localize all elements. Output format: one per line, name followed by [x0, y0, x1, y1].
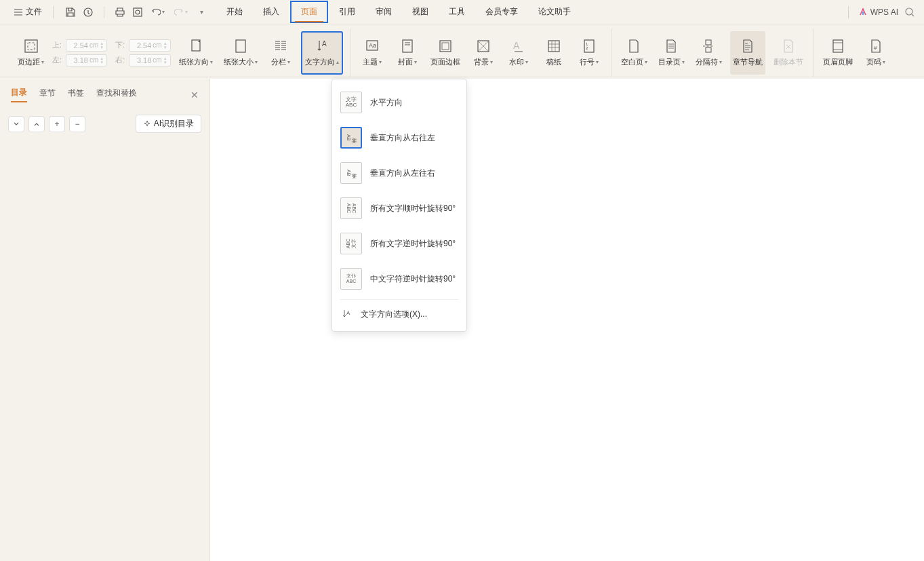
margin-top-field[interactable]: 上: 2.54cm▲▼: [52, 39, 107, 52]
export-icon[interactable]: [82, 6, 94, 18]
sidebar-tab-bookmark[interactable]: 书签: [68, 88, 84, 102]
page-margin-button[interactable]: 页边距▾: [15, 31, 47, 75]
watermark-button[interactable]: A 水印▾: [504, 31, 534, 75]
ai-toc-label: AI识别目录: [154, 118, 194, 130]
chapter-nav-button[interactable]: 章节导航: [730, 31, 765, 75]
page-number-button[interactable]: # 页码▾: [861, 31, 891, 75]
collapse-up-button[interactable]: [28, 116, 45, 132]
sidebar-toolbar: + − AI识别目录: [0, 107, 209, 141]
dropdown-item-options[interactable]: A 文字方向选项(X)...: [332, 303, 466, 326]
line-number-button[interactable]: 12 行号▾: [574, 31, 604, 75]
tab-insert[interactable]: 插入: [254, 2, 289, 22]
ribbon-group-pages: 空白页▾ 目录页▾ 分隔符▾ 章节导航 删除本节: [611, 28, 813, 77]
remove-button[interactable]: −: [69, 116, 85, 132]
background-button[interactable]: 背景▾: [468, 31, 498, 75]
dropdown-item-vertical-ltr[interactable]: AB文字 垂直方向从左往右: [332, 155, 466, 191]
redo-icon[interactable]: ▾: [172, 6, 190, 18]
manuscript-button[interactable]: 稿纸: [539, 31, 569, 75]
paper-orientation-button[interactable]: 纸张方向▾: [176, 31, 216, 75]
margin-right-field[interactable]: 右: 3.18cm▲▼: [115, 54, 170, 66]
dropdown-separator: [340, 299, 458, 300]
paper-orientation-label: 纸张方向: [179, 57, 209, 67]
print-icon[interactable]: [114, 6, 126, 18]
tab-review[interactable]: 审阅: [366, 2, 401, 22]
dropdown-item-label: 垂直方向从右往左: [370, 132, 435, 144]
blank-page-label: 空白页: [621, 57, 643, 67]
tab-tools[interactable]: 工具: [439, 2, 475, 22]
text-direction-button[interactable]: A 文字方向▴: [301, 31, 343, 75]
sidebar-tab-chapter[interactable]: 章节: [39, 88, 56, 102]
cover-button[interactable]: 封面▾: [393, 31, 422, 75]
vertical-rtl-icon: 文字AB: [340, 127, 362, 149]
tab-thesis[interactable]: 论文助手: [529, 2, 580, 22]
search-icon[interactable]: [904, 6, 916, 18]
dropdown-item-cjk-ccw[interactable]: 文仆ABC 中文字符逆时针旋转90°: [332, 261, 466, 296]
svg-rect-13: [442, 43, 449, 50]
blank-page-button[interactable]: 空白页▾: [618, 31, 650, 75]
header-footer-label: 页眉页脚: [823, 57, 853, 67]
columns-button[interactable]: 分栏▾: [266, 31, 296, 75]
tab-page[interactable]: 页面: [290, 1, 328, 23]
svg-text:Aa: Aa: [369, 42, 376, 49]
line-number-label: 行号: [580, 57, 595, 67]
save-icon[interactable]: [64, 6, 77, 18]
dropdown-item-rotate-cw[interactable]: ABCABC 所有文字顺时针旋转90°: [332, 191, 466, 226]
header-footer-button[interactable]: 页眉页脚: [820, 31, 856, 75]
svg-rect-22: [833, 40, 843, 52]
svg-rect-20: [706, 40, 711, 45]
delete-section-icon: [780, 38, 797, 54]
sidebar-tab-toc[interactable]: 目录: [11, 87, 27, 102]
page-border-button[interactable]: 页面边框: [428, 31, 463, 75]
dropdown-item-label: 垂直方向从左往右: [370, 168, 435, 179]
dropdown-item-rotate-ccw[interactable]: ABC文字 所有文字逆时针旋转90°: [332, 226, 466, 261]
margin-left-field[interactable]: 左: 3.18cm▲▼: [52, 54, 107, 66]
wps-ai-button[interactable]: WPS AI: [858, 7, 898, 17]
tab-view[interactable]: 视图: [403, 2, 438, 22]
tab-start[interactable]: 开始: [217, 2, 252, 22]
tab-vip[interactable]: 会员专享: [476, 2, 527, 22]
page-number-icon: #: [868, 38, 884, 54]
sidebar-close-button[interactable]: ✕: [190, 90, 199, 100]
toc-page-label: 目录页: [658, 57, 681, 67]
dropdown-item-label: 中文字符逆时针旋转90°: [370, 273, 456, 285]
tab-reference[interactable]: 引用: [329, 2, 365, 22]
columns-icon: [273, 38, 289, 54]
add-button[interactable]: +: [49, 116, 65, 132]
header-footer-icon: [830, 38, 846, 54]
ai-toc-button[interactable]: AI识别目录: [136, 115, 201, 133]
ribbon-group-theme: Aa 主题▾ 封面▾ 页面边框 背景▾ A 水印▾ 稿纸 12 行号▾: [350, 28, 611, 77]
horizontal-direction-icon: 文字ABC: [340, 92, 362, 113]
sidebar-tab-find-replace[interactable]: 查找和替换: [96, 88, 137, 102]
separator-label: 分隔符: [696, 57, 718, 67]
svg-text:#: #: [874, 45, 877, 51]
print-preview-icon[interactable]: [132, 6, 144, 18]
separator-button[interactable]: 分隔符▾: [693, 31, 725, 75]
theme-button[interactable]: Aa 主题▾: [357, 31, 387, 75]
svg-rect-21: [706, 47, 711, 52]
margin-inputs: 上: 2.54cm▲▼ 下: 2.54cm▲▼ 左: 3.18cm▲▼ 右: 3…: [52, 39, 171, 66]
paper-orientation-icon: [188, 38, 204, 54]
margin-bottom-field[interactable]: 下: 2.54cm▲▼: [115, 39, 170, 52]
ai-sparkle-icon: [143, 120, 151, 128]
top-menu-bar: 文件 ▾ ▾ ▾ 开始 插入 页面 引用 审阅 视图 工具 会员专享 论文助手 …: [0, 0, 924, 24]
page-margin-icon: [23, 38, 39, 54]
watermark-icon: A: [510, 38, 527, 54]
page-number-label: 页码: [866, 57, 881, 67]
page-border-icon: [437, 38, 454, 54]
dropdown-item-vertical-rtl[interactable]: 文字AB 垂直方向从右往左: [332, 120, 466, 155]
svg-rect-7: [236, 40, 245, 52]
svg-text:A: A: [346, 310, 350, 316]
toc-page-button[interactable]: 目录页▾: [656, 31, 687, 75]
separator-icon: [700, 38, 717, 54]
document-area[interactable]: [210, 79, 924, 561]
undo-icon[interactable]: ▾: [149, 6, 167, 18]
hamburger-icon: [14, 7, 23, 17]
dropdown-item-horizontal[interactable]: 文字ABC 水平方向: [332, 85, 466, 120]
paper-size-button[interactable]: 纸张大小▾: [221, 31, 260, 75]
svg-point-2: [136, 10, 140, 14]
qat-more-icon[interactable]: ▾: [195, 6, 207, 18]
margin-left-label: 左:: [52, 55, 63, 65]
expand-down-button[interactable]: [8, 116, 24, 132]
file-menu-button[interactable]: 文件: [8, 3, 47, 20]
watermark-label: 水印: [509, 57, 524, 67]
